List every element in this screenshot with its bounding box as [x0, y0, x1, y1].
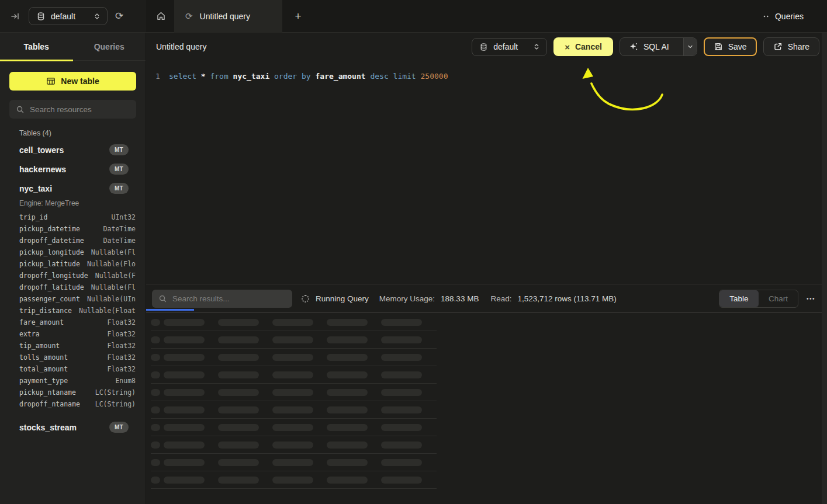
- skeleton-cell: [218, 477, 259, 484]
- skeleton-row: [151, 454, 437, 471]
- column-name: pickup_datetime: [19, 225, 80, 233]
- sql-ai-dropdown[interactable]: [683, 38, 697, 55]
- plus-icon: +: [295, 10, 301, 23]
- column-name: pickup_longitude: [19, 248, 84, 256]
- skeleton-cell: [218, 389, 259, 396]
- skeleton-cell: [327, 477, 368, 484]
- skeleton-cell: [151, 354, 160, 361]
- skeleton-cell: [381, 336, 422, 343]
- column-name: fare_amount: [19, 318, 64, 326]
- table-item-nyc_taxi[interactable]: nyc_taxiMT: [0, 179, 146, 198]
- column-name: trip_id: [19, 213, 47, 221]
- column-type: Float32: [108, 330, 136, 338]
- skeleton-cell: [327, 459, 368, 466]
- table-item-stocks_stream[interactable]: stocks_streamMT: [0, 418, 146, 437]
- skeleton-row: [151, 419, 437, 436]
- sql-ai-button[interactable]: SQL AI: [620, 37, 697, 56]
- tab-untitled-query[interactable]: ⟳ Untitled query: [174, 0, 282, 33]
- share-icon: [773, 42, 783, 51]
- arrow-to-line-icon: [11, 12, 20, 21]
- skeleton-cell: [381, 477, 422, 484]
- tables-section-title: Tables (4): [19, 129, 146, 137]
- sql-token-identifier: fare_amount: [316, 72, 366, 81]
- collapse-sidebar-button[interactable]: [11, 12, 20, 21]
- tab-tables[interactable]: Tables: [0, 33, 73, 60]
- view-toggle-table[interactable]: Table: [719, 290, 759, 307]
- skeleton-cell: [151, 406, 160, 413]
- new-table-button[interactable]: New table: [9, 72, 136, 91]
- skeleton-cell: [381, 424, 422, 431]
- scrollbar[interactable]: [822, 33, 827, 504]
- sql-ai-main[interactable]: SQL AI: [620, 38, 678, 55]
- skeleton-row: [151, 401, 437, 419]
- skeleton-cell: [272, 477, 313, 484]
- skeleton-cell: [151, 442, 160, 449]
- table-item-cell_towers[interactable]: cell_towersMT: [0, 140, 146, 159]
- new-tab-button[interactable]: +: [290, 8, 306, 25]
- column-name: tolls_amount: [19, 353, 68, 362]
- query-database-value: default: [493, 42, 527, 51]
- memory-usage-label: Memory Usage:: [379, 294, 435, 303]
- column-name: extra: [19, 330, 40, 338]
- view-toggle-chart[interactable]: Chart: [759, 290, 798, 307]
- sql-token-number: 250000: [421, 72, 448, 81]
- skeleton-cell: [151, 389, 160, 396]
- tab-title: Untitled query: [200, 12, 250, 21]
- search-results-box[interactable]: [152, 290, 292, 308]
- skeleton-cell: [272, 424, 313, 431]
- column-type: Nullable(UIn: [87, 295, 136, 303]
- cancel-button[interactable]: × Cancel: [553, 37, 613, 56]
- table-grid-icon: [46, 77, 56, 86]
- more-options-button[interactable]: •••: [805, 293, 816, 304]
- read-value: 1,523,712 rows (113.71 MB): [517, 294, 616, 303]
- skeleton-cell: [151, 477, 160, 484]
- skeleton-cell: [218, 459, 259, 466]
- search-results-input[interactable]: [172, 294, 286, 303]
- sql-token-keyword: limit: [393, 72, 416, 81]
- sidebar: Tables Queries New table Tables (4) cell…: [0, 33, 146, 504]
- column-name: dropoff_latitude: [19, 283, 84, 291]
- database-selector[interactable]: default: [29, 7, 108, 25]
- column-name: trip_distance: [19, 307, 72, 315]
- engine-badge: MT: [109, 164, 129, 175]
- share-button[interactable]: Share: [763, 37, 819, 56]
- skeleton-cell: [327, 371, 368, 378]
- sql-token-keyword: select: [169, 72, 196, 81]
- share-label: Share: [788, 42, 809, 51]
- column-type: Nullable(Fl: [91, 283, 136, 291]
- skeleton-row: [151, 349, 437, 366]
- table-name: hackernews: [19, 165, 66, 174]
- close-icon: ×: [565, 43, 570, 51]
- query-running-sync-icon: ⟳: [185, 11, 193, 22]
- queries-nav-button[interactable]: Queries: [763, 12, 804, 21]
- column-row-fare_amount: fare_amountFloat32: [0, 317, 146, 328]
- table-item-hackernews[interactable]: hackernewsMT: [0, 159, 146, 179]
- skeleton-cell: [151, 424, 160, 431]
- table-name: cell_towers: [19, 145, 64, 155]
- column-row-extra: extraFloat32: [0, 328, 146, 340]
- skeleton-cell: [164, 389, 205, 396]
- refresh-button[interactable]: ⟳: [115, 11, 123, 21]
- save-button[interactable]: Save: [704, 37, 757, 56]
- column-name: pickup_ntaname: [19, 388, 76, 397]
- skeleton-cell: [218, 371, 259, 378]
- search-resources-input[interactable]: [30, 105, 130, 114]
- column-row-dropoff_ntaname: dropoff_ntanameLC(String): [0, 398, 146, 410]
- skeleton-cell: [327, 389, 368, 396]
- skeleton-cell: [272, 389, 313, 396]
- skeleton-row: [151, 471, 437, 489]
- sql-editor[interactable]: 1 select * from nyc_taxi order by fare_a…: [146, 61, 822, 284]
- skeleton-cell: [218, 406, 259, 413]
- column-type: Nullable(Flo: [87, 260, 136, 268]
- tab-queries[interactable]: Queries: [73, 33, 146, 60]
- skeleton-cell: [218, 336, 259, 343]
- column-row-pickup_latitude: pickup_latitudeNullable(Flo: [0, 258, 146, 270]
- search-resources-box[interactable]: [9, 100, 136, 119]
- home-button[interactable]: [151, 7, 170, 26]
- column-type: DateTime: [103, 237, 136, 245]
- column-type: Nullable(Fl: [91, 248, 136, 256]
- query-database-selector[interactable]: default: [472, 38, 547, 56]
- engine-badge: MT: [109, 422, 129, 433]
- column-row-tolls_amount: tolls_amountFloat32: [0, 352, 146, 363]
- skeleton-row: [151, 366, 437, 384]
